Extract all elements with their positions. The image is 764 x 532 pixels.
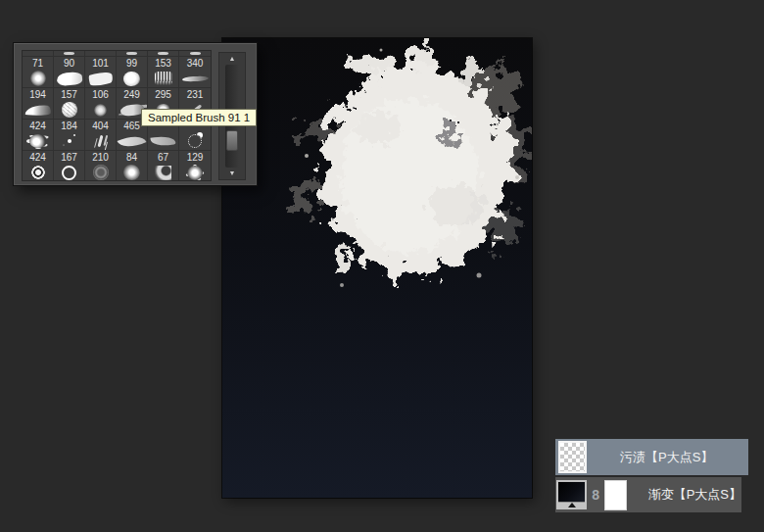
document-canvas[interactable] [222,38,532,498]
brush-thumb-wrap [23,70,53,87]
photoshop-workspace: 7190101991533401941571062492952314241844… [0,0,764,532]
paint-splat [222,38,532,498]
leaf-soft-brush-icon [150,134,175,147]
brush-preset-cell[interactable]: 404 [85,120,117,151]
swirl-faint-brush-icon [93,165,109,180]
brush-preset-cell[interactable]: 101 [85,57,117,88]
brush-size-label: 157 [54,88,84,101]
layer-name: 污渍【P大点S】 [620,449,713,466]
scroll-down-icon[interactable]: ▼ [219,169,245,178]
thin-streak-brush-icon [181,75,208,81]
transparent-checker-thumbnail[interactable] [558,441,587,473]
scroll-up-icon[interactable]: ▲ [219,54,245,64]
brush-thumb-wrap [117,164,147,181]
soft-round-glow-brush-icon [30,71,46,86]
brush-tooltip: Sampled Brush 91 1 [141,109,257,126]
brush-size-label: 99 [117,57,147,70]
brush-preset-cell[interactable]: 71 [23,57,54,88]
layer-row-gradient[interactable]: 8 渐变【P大点S】 [555,477,741,512]
brush-preset-cell[interactable]: 424 [23,120,54,151]
scrollbar-thumb[interactable] [226,130,238,151]
brush-preset-cell[interactable]: 340 [179,57,211,88]
brush-size-label: 404 [85,120,116,132]
brush-preset-cell[interactable]: 90 [54,57,85,88]
brush-size-label: 184 [54,120,84,132]
brush-size-label: 90 [54,57,84,70]
brush-preset-cell[interactable]: 424 [23,151,54,181]
brush-preset-cell[interactable]: 194 [23,88,54,120]
clipped-brush-tip-icon [126,52,137,55]
brush-thumb-wrap [179,132,211,150]
brush-thumb-wrap [23,164,53,181]
fuzzy-blob-brush-icon [123,165,140,180]
brush-thumb-wrap [85,101,116,119]
brush-size-label: 340 [179,57,211,70]
brush-size-label: 67 [148,151,178,164]
brush-thumb-wrap [148,132,178,150]
brush-thumb-wrap [148,164,178,181]
layer-name: 渐变【P大点S】 [648,486,741,504]
mottled-blob-brush-icon [94,104,107,117]
brush-preset-cell[interactable]: 84 [117,151,148,181]
brush-size-label: 129 [179,151,211,164]
brush-thumb-wrap [85,164,116,181]
brush-preset-cell[interactable]: 67 [148,151,179,181]
bold-ring-brush-icon [62,166,76,180]
layer-mask-link-icon: 8 [590,487,601,503]
brush-thumb-wrap [148,70,178,87]
brush-preset-cell[interactable]: 157 [54,88,85,120]
brush-preset-cell[interactable]: 210 [85,151,117,181]
brush-thumb-wrap [54,132,84,150]
clipped-brush-tip-icon [64,52,74,55]
layer-row-stain[interactable]: 污渍【P大点S】 [555,439,748,475]
layer-mask-thumbnail[interactable] [604,480,626,510]
brush-size-label: 424 [23,151,53,164]
brush-size-label: 424 [23,120,53,132]
brush-size-label: 295 [148,88,178,101]
brush-size-label: 153 [148,57,178,70]
dot-ring-brush-icon [188,134,202,148]
brush-size-label: 167 [54,151,84,164]
brush-thumb-wrap [54,70,84,87]
brush-size-label: 194 [23,88,53,101]
brush-thumb-wrap [117,132,147,150]
brush-thumb-wrap [179,164,211,181]
brush-size-label: 84 [117,151,147,164]
wide-smear-brush-icon [56,71,82,86]
brush-preset-cell[interactable]: 129 [179,151,211,181]
brush-preset-cell[interactable]: 184 [54,120,85,151]
brush-size-label: 71 [23,57,53,70]
gradient-stop-bar [558,502,585,508]
brush-preset-cell[interactable]: 106 [85,88,117,120]
spray-specks-brush-icon [68,139,72,143]
streak-cluster-brush-icon [155,72,172,85]
splatter-drops-brush-icon [97,135,103,147]
brush-size-label: 106 [85,88,116,101]
leaf-smear-brush-icon [87,70,113,87]
crescent-fuzzy-brush-icon [155,166,171,180]
brush-size-label: 249 [117,88,147,101]
rough-blob-brush-icon [123,72,140,86]
brush-thumb-wrap [23,132,53,150]
brush-preset-cell[interactable]: 99 [117,57,148,88]
brush-thumb-wrap [85,70,116,87]
scribble-ball-brush-icon [62,102,77,118]
brush-thumb-wrap [179,70,211,87]
brush-preset-cell[interactable]: 153 [148,57,179,88]
clipped-brush-tip-icon [158,52,168,55]
brush-size-label: 231 [179,88,211,101]
gradient-preview [558,482,585,502]
brush-thumb-wrap [85,132,116,150]
brush-thumb-wrap [54,164,84,181]
leaf-large-brush-icon [118,130,147,151]
brush-thumb-wrap [23,101,53,119]
brush-thumb-wrap [54,101,84,119]
brush-thumb-wrap [117,70,147,87]
gradient-layer-thumbnail[interactable] [556,480,587,509]
brush-preset-cell[interactable]: 167 [54,151,85,181]
gradient-stop-marker-icon [568,503,576,508]
burst-splat-brush-icon [29,134,47,148]
donut-dot-brush-icon [31,166,45,179]
brush-size-label: 210 [85,151,116,164]
clipped-brush-tip-icon [190,52,201,55]
